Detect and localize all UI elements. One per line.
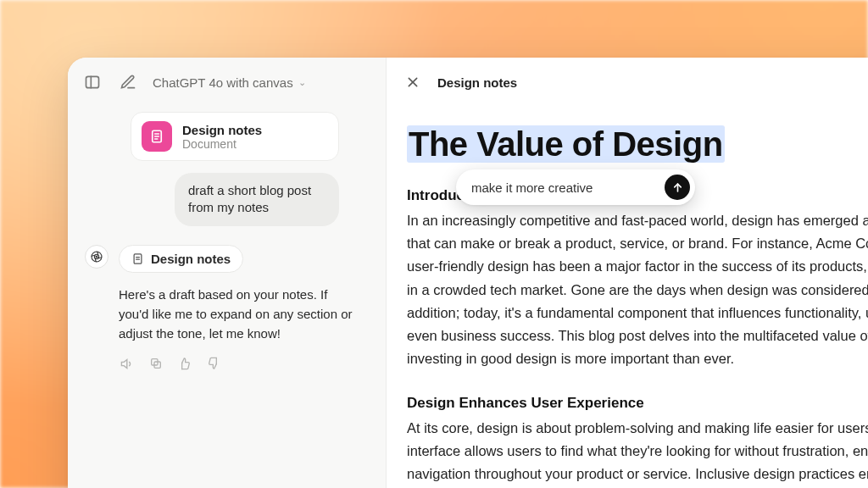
svg-rect-0 <box>86 76 99 87</box>
assistant-message: Here's a draft based on your notes. If y… <box>119 285 372 344</box>
arrow-up-icon <box>671 181 684 194</box>
document-heading-selected[interactable]: The Value of Design <box>407 125 725 163</box>
chat-pane: ChatGPT 4o with canvas ⌄ Design notes Do… <box>68 58 387 488</box>
assistant-avatar <box>85 245 108 269</box>
copy-button[interactable] <box>147 355 164 372</box>
document-body[interactable]: The Value of Design Introduction In an i… <box>387 107 868 488</box>
new-chat-button[interactable] <box>117 71 139 93</box>
section-paragraph[interactable]: At its core, design is about problem-sol… <box>407 417 868 488</box>
chat-topbar: ChatGPT 4o with canvas ⌄ <box>68 58 386 107</box>
doc-card-subtitle: Document <box>182 137 262 151</box>
svg-marker-11 <box>121 359 126 368</box>
canvas-title: Design notes <box>437 75 517 90</box>
chip-label: Design notes <box>151 252 231 266</box>
assistant-row: Design notes <box>81 245 372 273</box>
canvas-header: Design notes <box>387 58 868 107</box>
chevron-down-icon: ⌄ <box>298 77 306 88</box>
sidebar-toggle-button[interactable] <box>81 71 103 93</box>
close-icon <box>406 75 420 89</box>
user-message: draft a short blog post from my notes <box>175 173 339 226</box>
app-window: ChatGPT 4o with canvas ⌄ Design notes Do… <box>68 58 868 488</box>
document-attachment-card[interactable]: Design notes Document <box>131 112 339 161</box>
thumbs-up-button[interactable] <box>176 355 193 372</box>
model-label: ChatGPT 4o with canvas <box>153 75 293 90</box>
doc-card-title: Design notes <box>182 123 262 137</box>
section-heading[interactable]: Design Enhances User Experience <box>407 395 868 412</box>
thumbs-down-button[interactable] <box>205 355 222 372</box>
message-list: Design notes Document draft a short blog… <box>68 107 386 372</box>
send-button[interactable] <box>665 175 690 200</box>
section-paragraph[interactable]: In an increasingly competitive and fast-… <box>407 209 868 371</box>
canvas-reference-chip[interactable]: Design notes <box>119 245 243 273</box>
close-canvas-button[interactable] <box>403 73 422 92</box>
canvas-pane: Design notes The Value of Design Introdu… <box>387 58 868 488</box>
document-icon <box>131 252 144 265</box>
document-icon <box>142 121 172 152</box>
selection-prompt-input[interactable] <box>471 180 656 195</box>
selection-prompt-popover <box>456 169 695 205</box>
message-actions <box>119 355 372 372</box>
read-aloud-button[interactable] <box>119 355 136 372</box>
model-selector[interactable]: ChatGPT 4o with canvas ⌄ <box>153 75 306 90</box>
